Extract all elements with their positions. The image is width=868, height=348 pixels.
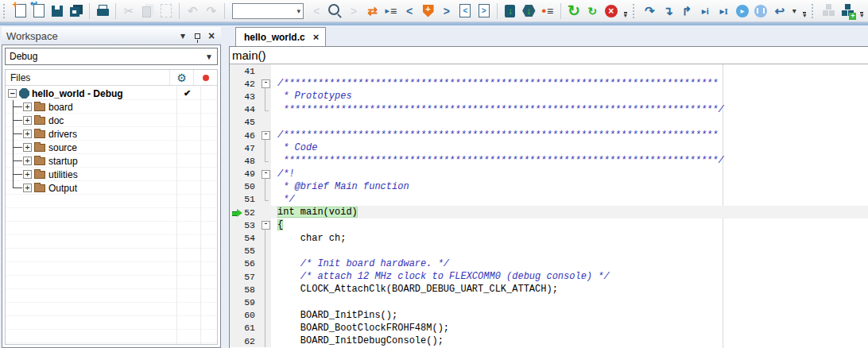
- code-line-50[interactable]: 50 * @brief Main function: [230, 180, 868, 193]
- line-number[interactable]: 42: [230, 77, 260, 90]
- code-line-48[interactable]: 48 *************************************…: [230, 154, 868, 167]
- code-line-62[interactable]: 62 BOARD_InitDebugConsole();: [230, 334, 868, 347]
- line-number[interactable]: 62: [230, 334, 260, 347]
- fold-toggle-icon[interactable]: [260, 77, 271, 90]
- tree-item-utilities[interactable]: +utilities: [6, 168, 217, 181]
- code-line-45[interactable]: 45: [230, 116, 868, 129]
- code-line-44[interactable]: 44 *************************************…: [230, 103, 868, 116]
- stack-view-add-button[interactable]: [839, 2, 856, 21]
- code-line-56[interactable]: 56 /* Init board hardware. */: [230, 257, 868, 270]
- toolbar-overflow-button[interactable]: ▾: [857, 2, 866, 21]
- expand-icon[interactable]: +: [23, 157, 32, 165]
- line-number[interactable]: 48: [230, 154, 260, 167]
- expand-icon[interactable]: +: [23, 143, 32, 152]
- line-number[interactable]: 59: [230, 296, 260, 308]
- line-number[interactable]: 41: [230, 64, 260, 77]
- tree-item-project[interactable]: −hello_world - Debug✔: [6, 87, 217, 100]
- close-tab-icon[interactable]: ×: [313, 31, 320, 43]
- navigate-back-button[interactable]: [308, 2, 325, 21]
- tab-hello-world-c[interactable]: hello_world.c ×: [235, 27, 326, 46]
- code-line-55[interactable]: 55: [230, 245, 868, 257]
- download-button[interactable]: [502, 2, 519, 21]
- restart-debugger-button[interactable]: [565, 2, 583, 21]
- breakpoints-column-header[interactable]: [193, 70, 217, 85]
- toolbar-overflow-button[interactable]: ▾: [621, 2, 630, 21]
- code-line-51[interactable]: 51 */: [230, 193, 868, 206]
- navigate-forward-button[interactable]: [345, 2, 362, 21]
- code-line-47[interactable]: 47 * Code: [230, 141, 868, 154]
- line-number[interactable]: 57: [230, 270, 260, 283]
- fold-toggle-icon[interactable]: [260, 168, 271, 180]
- line-number[interactable]: 44: [230, 103, 260, 116]
- tree-item-source[interactable]: +source: [6, 141, 217, 154]
- toggle-bookmark-button[interactable]: [363, 2, 381, 21]
- code-line-53[interactable]: 53{: [230, 218, 868, 231]
- options-column-header[interactable]: ⚙: [169, 70, 193, 85]
- configuration-select[interactable]: Debug ▼: [5, 48, 218, 65]
- tree-item-startup[interactable]: +startup: [6, 154, 217, 168]
- line-number[interactable]: 55: [230, 245, 260, 257]
- expand-icon[interactable]: +: [23, 116, 32, 125]
- code-line-57[interactable]: 57 /* attach 12 MHz clock to FLEXCOMM0 (…: [230, 270, 868, 283]
- chevron-down-icon[interactable]: ▾: [176, 29, 189, 42]
- prev-bookmark-button[interactable]: [401, 2, 418, 21]
- next-document-button[interactable]: [475, 2, 492, 21]
- cut-button[interactable]: [120, 2, 138, 21]
- code-line-43[interactable]: 43 * Prototypes: [230, 90, 868, 102]
- line-number[interactable]: 56: [230, 257, 260, 270]
- step-over-button[interactable]: [641, 2, 658, 21]
- new-document-button[interactable]: [11, 2, 29, 21]
- redo-button[interactable]: [203, 2, 220, 21]
- toolbar-overflow-button[interactable]: ▾: [800, 2, 810, 21]
- run-to-return-button[interactable]: [771, 2, 789, 21]
- code-line-49[interactable]: 49/*!: [230, 168, 868, 180]
- break-button[interactable]: [752, 2, 769, 21]
- workspace-panel-titlebar[interactable]: Workspace ▾ ×: [2, 27, 221, 44]
- print-button[interactable]: [94, 2, 111, 21]
- code-line-41[interactable]: 41: [230, 64, 868, 77]
- code-line-61[interactable]: 61 BOARD_BootClockFROHF48M();: [230, 322, 868, 334]
- code-editor[interactable]: 4142/***********************************…: [230, 64, 868, 348]
- code-line-54[interactable]: 54 char ch;: [230, 231, 868, 244]
- line-number[interactable]: 45: [230, 116, 260, 129]
- line-number[interactable]: 53: [230, 218, 260, 231]
- download-and-debug-button[interactable]: [520, 2, 537, 21]
- line-number[interactable]: 60: [230, 309, 260, 322]
- line-number[interactable]: 43: [230, 90, 260, 102]
- breakpoint-list-button[interactable]: [539, 2, 556, 21]
- code-line-59[interactable]: 59: [230, 296, 868, 308]
- code-line-42[interactable]: 42/*************************************…: [230, 77, 868, 90]
- tree-item-drivers[interactable]: +drivers: [6, 127, 217, 141]
- code-line-46[interactable]: 46/*************************************…: [230, 129, 868, 141]
- next-statement-button[interactable]: [696, 2, 714, 21]
- stack-view-button[interactable]: [820, 2, 838, 21]
- collapse-icon[interactable]: −: [8, 89, 17, 98]
- paste-button[interactable]: [157, 2, 175, 21]
- save-button[interactable]: [48, 2, 66, 21]
- run-to-cursor-button[interactable]: [715, 2, 733, 21]
- fold-toggle-icon[interactable]: [260, 218, 271, 231]
- next-bookmark-button[interactable]: [438, 2, 455, 21]
- reset-button[interactable]: [583, 2, 601, 21]
- close-icon[interactable]: ×: [205, 29, 218, 42]
- function-context-bar[interactable]: main(): [230, 47, 868, 64]
- stop-debugger-button[interactable]: [603, 2, 620, 21]
- line-number[interactable]: 61: [230, 322, 260, 334]
- fold-toggle-icon[interactable]: [260, 129, 271, 141]
- line-number[interactable]: 51: [230, 193, 260, 206]
- tree-item-doc[interactable]: +doc: [6, 114, 217, 127]
- undo-button[interactable]: [184, 2, 201, 21]
- quick-search-button[interactable]: [326, 2, 343, 21]
- line-number[interactable]: 50: [230, 180, 260, 193]
- step-into-button[interactable]: [659, 2, 676, 21]
- expand-icon[interactable]: +: [23, 102, 32, 111]
- prev-document-button[interactable]: [456, 2, 474, 21]
- code-line-58[interactable]: 58 CLOCK_AttachClk(BOARD_DEBUG_UART_CLK_…: [230, 283, 868, 296]
- debug-options-dropdown[interactable]: [789, 2, 800, 21]
- code-line-52[interactable]: 52int main(void): [230, 206, 868, 218]
- expand-icon[interactable]: +: [23, 130, 32, 138]
- line-number[interactable]: 47: [230, 141, 260, 154]
- line-number[interactable]: 46: [230, 129, 260, 141]
- pin-icon[interactable]: [191, 29, 203, 42]
- line-number[interactable]: 54: [230, 231, 260, 244]
